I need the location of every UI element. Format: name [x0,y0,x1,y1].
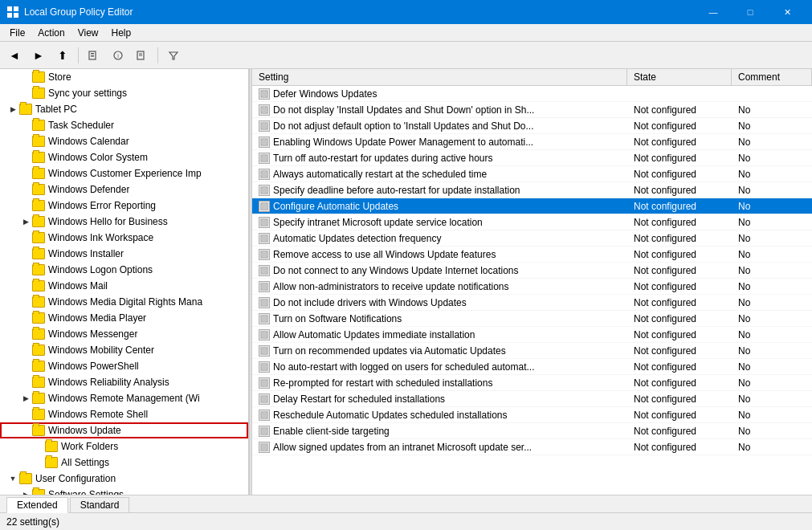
cell-setting-22: Allow signed updates from an intranet Mi… [252,441,627,454]
list-row[interactable]: Allow signed updates from an intranet Mi… [252,439,812,455]
svg-rect-2 [7,13,12,18]
cell-setting-17: No auto-restart with logged on users for… [252,361,627,373]
folder-icon-mediaDRM [32,296,45,308]
tree-item-task[interactable]: Task Scheduler [0,117,248,133]
cell-comment-7: No [732,200,812,213]
title-bar: Local Group Policy Editor — □ ✕ [0,0,812,24]
list-row[interactable]: Re-prompted for restart with scheduled i… [252,375,812,391]
list-row[interactable]: No auto-restart with logged on users for… [252,359,812,375]
maximize-button[interactable]: □ [732,0,769,24]
tree-item-softwaresettings[interactable]: ▶Software Settings [0,487,248,495]
cell-state-0 [627,93,732,95]
filter-button[interactable] [162,44,185,67]
back-button[interactable]: ◄ [3,44,26,67]
tree-item-workfolders[interactable]: Work Folders [0,438,248,455]
close-button[interactable]: ✕ [769,0,806,24]
tree-item-messenger[interactable]: Windows Messenger [0,326,248,342]
tree-item-custexp[interactable]: Windows Customer Experience Imp [0,165,248,181]
list-row[interactable]: Allow non-administrators to receive upda… [252,279,812,295]
tree-item-mail[interactable]: Windows Mail [0,278,248,294]
tree-item-sync[interactable]: Sync your settings [0,85,248,101]
list-row[interactable]: Enable client-side targetingNot configur… [252,423,812,439]
policy-icon-2 [259,120,270,132]
list-row[interactable]: Turn on Software NotificationsNot config… [252,311,812,327]
list-pane[interactable]: Setting State Comment Defer Windows Upda… [252,69,812,495]
tree-label-logon: Windows Logon Options [48,264,153,275]
tree-label-calendar: Windows Calendar [48,136,129,147]
tree-expand-allsettings [32,456,45,469]
tree-item-remotemgmt[interactable]: ▶Windows Remote Management (Wi [0,390,248,406]
menu-help[interactable]: Help [105,24,138,41]
tree-item-tablet[interactable]: ▶Tablet PC [0,101,248,117]
tree-item-powershell[interactable]: Windows PowerShell [0,358,248,374]
list-header: Setting State Comment [252,69,812,86]
menu-action[interactable]: Action [31,24,71,41]
tree-item-color[interactable]: Windows Color System [0,149,248,165]
cell-setting-16: Turn on recommended updates via Automati… [252,344,627,357]
tree-item-mediaplayer[interactable]: Windows Media Player [0,310,248,326]
cell-comment-21: No [732,425,812,438]
tree-item-ink[interactable]: Windows Ink Workspace [0,230,248,246]
list-row[interactable]: Always automatically restart at the sche… [252,166,812,182]
tab-standard[interactable]: Standard [70,497,130,512]
tree-item-logon[interactable]: Windows Logon Options [0,262,248,278]
tree-expand-userconfig[interactable]: ▼ [6,472,19,485]
menu-view[interactable]: View [71,24,105,41]
new-button[interactable] [131,44,153,67]
tab-extended[interactable]: Extended [6,497,68,513]
tree-item-mediaDRM[interactable]: Windows Media Digital Rights Mana [0,294,248,310]
tree-expand-tablet[interactable]: ▶ [6,103,19,116]
show-hide-button[interactable] [83,44,105,67]
tree-item-winupdate[interactable]: Windows Update [0,422,248,438]
toolbar-sep-2 [157,47,158,63]
list-row[interactable]: Turn off auto-restart for updates during… [252,150,812,166]
cell-setting-10: Remove access to use all Windows Update … [252,248,627,261]
tree-item-userconfig[interactable]: ▼User Configuration [0,471,248,487]
tree-expand-hello[interactable]: ▶ [19,215,32,228]
list-row[interactable]: Remove access to use all Windows Update … [252,247,812,263]
list-row[interactable]: Configure Automatic UpdatesNot configure… [252,198,812,214]
list-row[interactable]: Do not display 'Install Updates and Shut… [252,102,812,118]
header-comment[interactable]: Comment [732,69,812,85]
header-state[interactable]: State [627,69,732,85]
tree-item-installer[interactable]: Windows Installer [0,246,248,262]
tree-item-mobility[interactable]: Windows Mobility Center [0,342,248,358]
list-row[interactable]: Enabling Windows Update Power Management… [252,134,812,150]
tree-item-errreport[interactable]: Windows Error Reporting [0,198,248,214]
menu-file[interactable]: File [3,24,31,41]
forward-button[interactable]: ► [27,44,50,67]
list-row[interactable]: Reschedule Automatic Updates scheduled i… [252,407,812,423]
list-row[interactable]: Allow Automatic Updates immediate instal… [252,327,812,343]
tree-expand-softwaresettings[interactable]: ▶ [19,488,32,495]
cell-state-11: Not configured [627,264,732,277]
up-button[interactable]: ⬆ [51,44,74,67]
setting-label-1: Do not display 'Install Updates and Shut… [273,104,534,116]
tree-item-hello[interactable]: ▶Windows Hello for Business [0,214,248,230]
list-row[interactable]: Specify deadline before auto-restart for… [252,182,812,198]
tree-item-allsettings[interactable]: All Settings [0,455,248,471]
tree-item-remoteshell[interactable]: Windows Remote Shell [0,406,248,422]
list-row[interactable]: Specify intranet Microsoft update servic… [252,214,812,230]
properties-button[interactable]: i [107,44,129,67]
list-row[interactable]: Do not include drivers with Windows Upda… [252,295,812,311]
list-row[interactable]: Do not connect to any Windows Update Int… [252,263,812,279]
setting-label-2: Do not adjust default option to 'Install… [273,120,534,132]
tree-expand-remoteshell [19,408,32,421]
tree-item-reliability[interactable]: Windows Reliability Analysis [0,374,248,390]
tree-item-store[interactable]: Store [0,69,248,85]
list-row[interactable]: Delay Restart for scheduled installation… [252,391,812,407]
list-row[interactable]: Turn on recommended updates via Automati… [252,343,812,359]
list-row[interactable]: Do not adjust default option to 'Install… [252,118,812,134]
tree-label-errreport: Windows Error Reporting [48,200,156,211]
tree-pane[interactable]: StoreSync your settings▶Tablet PCTask Sc… [0,69,249,495]
list-row[interactable]: Defer Windows Updates [252,86,812,102]
cell-state-15: Not configured [627,328,732,341]
list-row[interactable]: Automatic Updates detection frequencyNot… [252,230,812,247]
policy-icon-8 [259,217,270,228]
tree-expand-remotemgmt[interactable]: ▶ [19,392,32,405]
header-setting[interactable]: Setting [252,69,627,85]
tree-item-calendar[interactable]: Windows Calendar [0,133,248,149]
minimize-button[interactable]: — [695,0,732,24]
tree-item-defender[interactable]: Windows Defender [0,181,248,198]
policy-icon-3 [259,137,270,148]
